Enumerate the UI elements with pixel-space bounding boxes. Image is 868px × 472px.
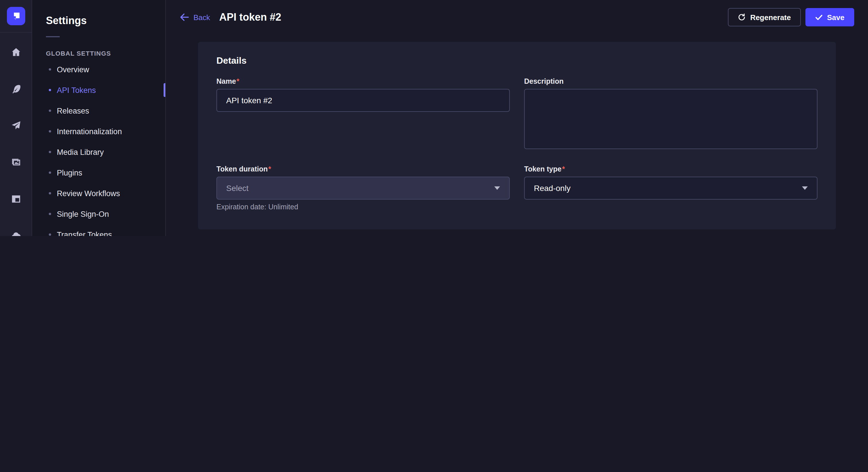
- details-card: Details Name* Description Token duration…: [198, 42, 836, 229]
- sidebar-item-internationalization[interactable]: Internationalization: [32, 121, 165, 142]
- sidebar-item-single-sign-on[interactable]: Single Sign-On: [32, 204, 165, 224]
- cloud-icon: [10, 230, 22, 236]
- strapi-logo[interactable]: [7, 7, 25, 25]
- strapi-admin-app: KD Settings GLOBAL SETTINGS Overview API…: [0, 0, 868, 236]
- strapi-logo-icon: [11, 11, 21, 21]
- bullet-icon: [49, 171, 51, 174]
- bullet-icon: [49, 130, 51, 133]
- details-form: Name* Description Token duration* Select: [216, 77, 817, 211]
- main-nav-rail: KD: [0, 0, 32, 236]
- bullet-icon: [49, 192, 51, 194]
- rail-item-deploy[interactable]: [4, 224, 27, 236]
- media-library-icon: [10, 157, 22, 168]
- bullet-icon: [49, 109, 51, 112]
- bullet-icon: [49, 151, 51, 153]
- settings-sidebar: Settings GLOBAL SETTINGS Overview API To…: [32, 0, 166, 236]
- name-field-group: Name*: [216, 77, 510, 112]
- details-heading: Details: [216, 56, 817, 66]
- layout-icon: [10, 193, 22, 205]
- bullet-icon: [49, 233, 51, 236]
- required-asterisk: *: [562, 165, 565, 173]
- rail-item-releases[interactable]: [4, 114, 27, 137]
- chevron-down-icon: [802, 187, 808, 190]
- rail-item-media-library[interactable]: [4, 151, 27, 174]
- bullet-icon: [49, 213, 51, 215]
- sidebar-item-api-tokens[interactable]: API Tokens: [32, 80, 165, 100]
- home-icon: [10, 46, 22, 58]
- description-textarea[interactable]: [524, 89, 817, 149]
- sidebar-title: Settings: [46, 15, 152, 27]
- bullet-icon: [49, 68, 51, 71]
- token-type-label: Token type*: [524, 165, 817, 173]
- rail-item-home[interactable]: [4, 41, 27, 64]
- sidebar-item-plugins[interactable]: Plugins: [32, 162, 165, 183]
- bullet-icon: [49, 89, 51, 91]
- save-button[interactable]: Save: [805, 8, 854, 26]
- description-label: Description: [524, 77, 817, 86]
- required-asterisk: *: [237, 77, 239, 86]
- page-title: API token #2: [219, 11, 281, 23]
- sidebar-title-divider: [46, 36, 60, 37]
- token-duration-label: Token duration*: [216, 165, 510, 173]
- required-asterisk: *: [268, 165, 271, 173]
- token-duration-select[interactable]: Select: [216, 177, 510, 200]
- regenerate-button[interactable]: Regenerate: [728, 8, 801, 26]
- sidebar-item-transfer-tokens[interactable]: Transfer Tokens: [32, 224, 165, 236]
- description-field-group: Description: [524, 77, 817, 151]
- page-header: Back API token #2 Regenerate Save: [166, 0, 868, 34]
- sidebar-item-review-workflows[interactable]: Review Workflows: [32, 183, 165, 204]
- token-duration-field-group: Token duration* Select Expiration date: …: [216, 165, 510, 211]
- token-type-field-group: Token type* Read-only: [524, 165, 817, 200]
- active-indicator: [164, 83, 165, 97]
- paper-plane-icon: [10, 120, 22, 131]
- rail-item-content-manager[interactable]: [4, 188, 27, 210]
- token-type-select[interactable]: Read-only: [524, 177, 817, 200]
- sidebar-item-releases[interactable]: Releases: [32, 100, 165, 121]
- chevron-down-icon: [494, 187, 500, 190]
- sidebar-group-global-settings: GLOBAL SETTINGS: [46, 50, 152, 57]
- name-label: Name*: [216, 77, 510, 86]
- sidebar-item-overview[interactable]: Overview: [32, 59, 165, 80]
- name-input[interactable]: [216, 89, 510, 112]
- back-link[interactable]: Back: [180, 13, 210, 22]
- sidebar-item-media-library[interactable]: Media Library: [32, 142, 165, 162]
- rail-icon-list: [4, 41, 27, 236]
- arrow-left-icon: [180, 13, 189, 21]
- expiration-hint: Expiration date: Unlimited: [216, 203, 510, 211]
- page-content: Details Name* Description Token duration…: [166, 34, 868, 236]
- rail-divider: [0, 32, 32, 33]
- check-icon: [815, 14, 823, 20]
- rail-item-content-builder[interactable]: [4, 77, 27, 100]
- main-area: Back API token #2 Regenerate Save Detail…: [166, 0, 868, 236]
- refresh-icon: [738, 13, 746, 21]
- feather-icon: [10, 83, 22, 95]
